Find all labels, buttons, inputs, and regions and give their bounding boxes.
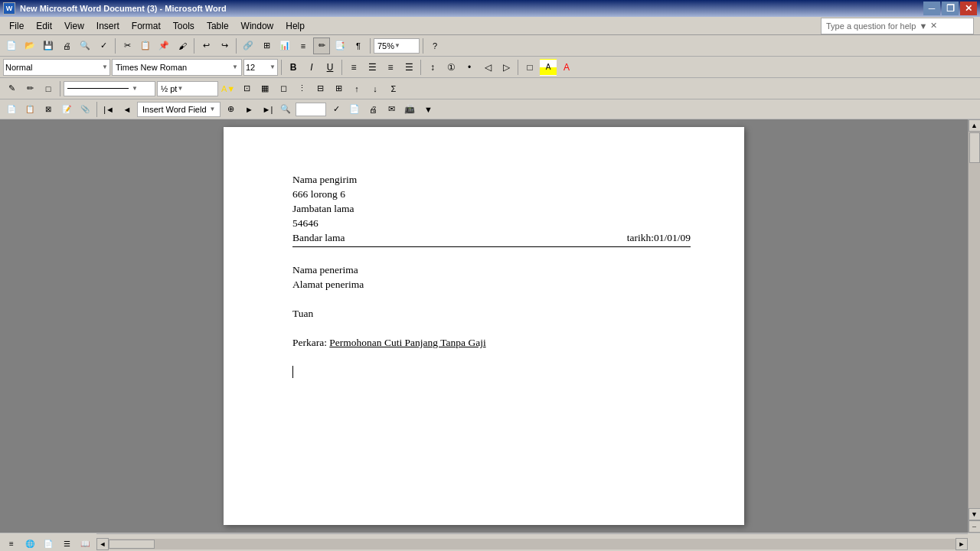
italic-button[interactable]: I [303, 59, 320, 76]
hyperlink-button[interactable]: 🔗 [240, 37, 256, 54]
save-button[interactable]: 💾 [40, 37, 57, 54]
increase-indent-button[interactable]: ▷ [498, 59, 514, 76]
mail-page-input[interactable] [296, 103, 326, 116]
docmap-button[interactable]: 📑 [332, 37, 348, 54]
menu-help[interactable]: Help [279, 19, 311, 33]
autosum-btn[interactable]: Σ [385, 80, 402, 97]
zoom-box[interactable]: 75% ▼ [374, 38, 420, 54]
justify-button[interactable]: ☰ [400, 59, 417, 76]
fontcolor-button[interactable]: A [558, 59, 575, 76]
web-view-button[interactable]: 🌐 [21, 536, 38, 552]
table-autoformat-btn[interactable]: ⋮ [293, 80, 310, 97]
underline-button[interactable]: U [322, 59, 338, 76]
border-button[interactable]: □ [521, 59, 538, 76]
menu-view[interactable]: View [58, 19, 90, 33]
merge-cells-btn[interactable]: ⊟ [312, 80, 328, 97]
print-button[interactable]: 🖨 [58, 37, 75, 54]
help-search[interactable]: Type a question for help ▼ ✕ [821, 18, 974, 34]
style-dropdown-arrow[interactable]: ▼ [102, 64, 108, 70]
copy-button[interactable]: 📋 [137, 37, 154, 54]
split-cells-btn[interactable]: ⊞ [330, 80, 347, 97]
line-weight-arrow[interactable]: ▼ [177, 85, 183, 92]
line-style-arrow[interactable]: ▼ [132, 85, 138, 92]
line-style-dropdown[interactable]: ▼ [64, 81, 155, 96]
numbering-button[interactable]: ① [443, 59, 459, 76]
scroll-left-button[interactable]: ◄ [96, 538, 109, 550]
formatpainter-button[interactable]: 🖌 [174, 37, 191, 54]
sort-desc-btn[interactable]: ↓ [367, 80, 384, 97]
paste-button[interactable]: 📌 [155, 37, 172, 54]
mail-btn-prev-prev[interactable]: |◄ [100, 101, 117, 118]
font-dropdown[interactable]: Times New Roman ▼ [112, 59, 242, 76]
h-scroll-thumb[interactable] [109, 540, 155, 549]
showhide-button[interactable]: ¶ [350, 37, 367, 54]
scroll-up-button[interactable]: ▲ [969, 119, 981, 132]
vertical-scrollbar[interactable]: ▲ ▼ ─ [968, 119, 980, 533]
table-button[interactable]: ⊞ [258, 37, 275, 54]
align-right-button[interactable]: ≡ [382, 59, 399, 76]
restore-button[interactable]: ❐ [942, 2, 959, 15]
new-button[interactable]: 📄 [3, 37, 20, 54]
h-scroll-track[interactable] [109, 539, 956, 549]
menu-format[interactable]: Format [126, 19, 167, 33]
mail-btn-merge-to-fax[interactable]: 📠 [401, 101, 418, 118]
mail-btn-merge-to-print[interactable]: 🖨 [364, 101, 381, 118]
mail-btn3[interactable]: ⊠ [40, 101, 57, 118]
highlight-button[interactable]: A [540, 59, 557, 76]
line-weight-dropdown[interactable]: ½ pt ▼ [157, 81, 218, 96]
align-center-button[interactable]: ☰ [364, 59, 381, 76]
print-view-button[interactable]: 📄 [40, 536, 57, 552]
border-style-btn[interactable]: ⊡ [238, 80, 255, 97]
close-button[interactable]: ✕ [960, 2, 977, 15]
shading-btn[interactable]: ▦ [256, 80, 273, 97]
menu-file[interactable]: File [3, 19, 30, 33]
mail-btn5[interactable]: 📎 [77, 101, 93, 118]
mail-btn-merge-to-email[interactable]: ✉ [383, 101, 400, 118]
mail-btn-next-next[interactable]: ►| [259, 101, 276, 118]
cut-button[interactable]: ✂ [119, 37, 136, 54]
document-area[interactable]: Nama pengirim 666 lorong 6 Jambatan lama… [0, 119, 968, 533]
mail-btn-next[interactable]: ► [240, 101, 257, 118]
window-controls[interactable]: ─ ❐ ✕ [923, 2, 977, 15]
outline-view-button[interactable]: ☰ [58, 536, 75, 552]
scroll-track[interactable] [969, 132, 980, 508]
insert-word-field-arrow[interactable]: ▼ [210, 106, 216, 112]
size-dropdown[interactable]: 12 ▼ [243, 59, 278, 76]
help-close-icon[interactable]: ✕ [930, 21, 937, 31]
minimize-button[interactable]: ─ [923, 2, 940, 15]
help-search-arrow[interactable]: ▼ [919, 21, 927, 31]
menu-insert[interactable]: Insert [90, 19, 126, 33]
menu-table[interactable]: Table [201, 19, 235, 33]
insert-word-field-dropdown[interactable]: Insert Word Field ▼ [137, 102, 220, 117]
linespacing-button[interactable]: ↕ [424, 59, 441, 76]
zoom-arrow[interactable]: ▼ [394, 42, 400, 49]
sort-asc-btn[interactable]: ↑ [348, 80, 365, 97]
size-dropdown-arrow[interactable]: ▼ [270, 64, 276, 70]
spelling-button[interactable]: ✓ [95, 37, 112, 54]
excel-button[interactable]: 📊 [276, 37, 293, 54]
style-dropdown[interactable]: Normal ▼ [3, 59, 110, 76]
shadow-btn[interactable]: ◻ [275, 80, 292, 97]
document-page[interactable]: Nama pengirim 666 lorong 6 Jambatan lama… [224, 127, 744, 525]
scroll-down-button[interactable]: ▼ [969, 508, 981, 520]
draw-extra-btn1[interactable]: ✎ [3, 80, 20, 97]
mail-btn-check[interactable]: ✓ [328, 101, 345, 118]
mail-btn1[interactable]: 📄 [3, 101, 20, 118]
bullets-button[interactable]: • [461, 59, 478, 76]
scroll-right-button[interactable]: ► [956, 538, 968, 550]
columns-button[interactable]: ≡ [295, 37, 312, 54]
mail-btn-merge-to-new[interactable]: 📄 [346, 101, 363, 118]
mail-btn2[interactable]: 📋 [21, 101, 38, 118]
menu-tools[interactable]: Tools [167, 19, 201, 33]
help-button[interactable]: ? [426, 37, 443, 54]
scroll-split-button[interactable]: ─ [969, 520, 981, 533]
normal-view-button[interactable]: ≡ [3, 536, 20, 552]
menu-window[interactable]: Window [235, 19, 280, 33]
mail-btn-prev[interactable]: ◄ [119, 101, 136, 118]
mail-btn-goto[interactable]: ⊕ [222, 101, 239, 118]
undo-button[interactable]: ↩ [198, 37, 214, 54]
scroll-thumb[interactable] [969, 132, 980, 163]
redo-button[interactable]: ↪ [216, 37, 233, 54]
line-color-btn[interactable]: A▼ [220, 80, 237, 97]
printpreview-button[interactable]: 🔍 [77, 37, 93, 54]
